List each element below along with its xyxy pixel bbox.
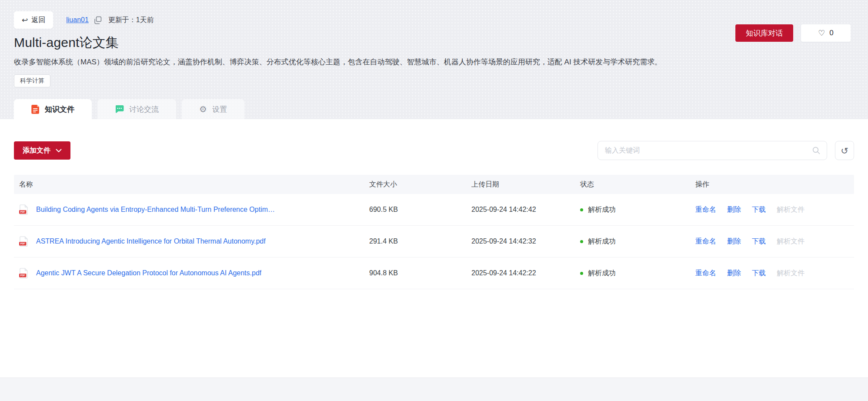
like-count: 0 <box>829 29 833 37</box>
file-size: 904.8 KB <box>364 269 466 277</box>
delete-action[interactable]: 删除 <box>727 205 741 214</box>
pdf-file-icon: PDF <box>19 268 28 279</box>
page-title: Multi-agent论文集 <box>14 35 854 50</box>
svg-text:PDF: PDF <box>20 211 25 213</box>
chat-bubble-icon <box>115 105 124 114</box>
tab-settings[interactable]: ⚙ 设置 <box>182 99 244 119</box>
chevron-down-icon <box>56 149 62 153</box>
rename-action[interactable]: 重命名 <box>695 269 716 278</box>
page-footer <box>0 378 868 401</box>
add-file-button[interactable]: 添加文件 <box>14 141 70 160</box>
download-action[interactable]: 下载 <box>752 237 766 246</box>
refresh-icon: ↺ <box>841 146 848 155</box>
svg-text:PDF: PDF <box>20 274 25 277</box>
tab-bar: 知识文件 讨论交流 ⚙ 设置 <box>0 99 868 119</box>
content-panel: 添加文件 ↺ 名称 <box>0 119 868 378</box>
column-header-size: 文件大小 <box>364 180 466 189</box>
add-file-label: 添加文件 <box>23 146 50 155</box>
svg-text:PDF: PDF <box>20 242 25 245</box>
back-button-label: 返回 <box>31 16 45 25</box>
back-arrow-icon: ↩ <box>22 17 28 24</box>
owner-link[interactable]: liuan01 <box>66 16 89 24</box>
header-actions: 知识库对话 ♡ 0 <box>735 24 851 42</box>
column-header-name: 名称 <box>14 180 364 189</box>
back-button[interactable]: ↩ 返回 <box>14 11 53 29</box>
heart-icon: ♡ <box>818 29 825 37</box>
file-size: 690.5 KB <box>364 206 466 214</box>
table-header-row: 名称 文件大小 上传日期 状态 操作 <box>14 175 854 194</box>
delete-action[interactable]: 删除 <box>727 269 741 278</box>
file-name-cell: PDF Agentic JWT A Secure Delegation Prot… <box>14 268 364 279</box>
actions-cell: 重命名 删除 下载 解析文件 <box>690 269 854 278</box>
tab-settings-label: 设置 <box>212 104 227 114</box>
actions-cell: 重命名 删除 下载 解析文件 <box>690 205 854 214</box>
delete-action[interactable]: 删除 <box>727 237 741 246</box>
tab-discussion-label: 讨论交流 <box>129 104 159 114</box>
download-action[interactable]: 下载 <box>752 269 766 278</box>
table-row: PDF ASTREA Introducing Agentic Intellige… <box>14 226 854 257</box>
pdf-file-icon: PDF <box>19 236 28 247</box>
table-body: PDF Building Coding Agents via Entropy-E… <box>14 194 854 289</box>
parse-file-action: 解析文件 <box>777 237 805 246</box>
table-row: PDF Agentic JWT A Secure Delegation Prot… <box>14 257 854 289</box>
rename-action[interactable]: 重命名 <box>695 237 716 246</box>
knowledge-base-header: ↩ 返回 liuan01 更新于：1天前 Multi-agent论文集 知识库对… <box>0 0 868 87</box>
file-toolbar: 添加文件 ↺ <box>14 119 854 160</box>
search-icon <box>811 146 821 157</box>
file-size: 291.4 KB <box>364 237 466 245</box>
document-icon <box>31 105 40 114</box>
status-dot-icon <box>580 272 583 275</box>
status-cell: 解析成功 <box>575 205 690 214</box>
status-dot-icon <box>580 240 583 243</box>
search-input[interactable] <box>598 141 827 160</box>
tab-knowledge-files-label: 知识文件 <box>45 104 74 114</box>
upload-date: 2025-09-24 14:42:22 <box>466 269 575 277</box>
gear-icon: ⚙ <box>199 105 207 114</box>
column-header-actions: 操作 <box>690 180 854 189</box>
rename-action[interactable]: 重命名 <box>695 205 716 214</box>
category-tag: 科学计算 <box>14 74 50 87</box>
like-button[interactable]: ♡ 0 <box>801 24 851 42</box>
file-table: 名称 文件大小 上传日期 状态 操作 PDF Building Coding A… <box>14 175 854 289</box>
column-header-date: 上传日期 <box>466 180 575 189</box>
copy-icon[interactable] <box>94 16 102 24</box>
status-text: 解析成功 <box>588 237 616 246</box>
search-box <box>598 141 827 160</box>
file-name-link[interactable]: Agentic JWT A Secure Delegation Protocol… <box>36 269 261 277</box>
kb-description: 收录多智能体系统（MAS）领域的前沿研究论文，涵盖协作机制、博弈决策、分布式优化… <box>14 57 805 67</box>
actions-cell: 重命名 删除 下载 解析文件 <box>690 237 854 246</box>
status-text: 解析成功 <box>588 205 616 214</box>
column-header-status: 状态 <box>575 180 690 189</box>
table-row: PDF Building Coding Agents via Entropy-E… <box>14 194 854 226</box>
status-text: 解析成功 <box>588 269 616 278</box>
file-name-cell: PDF ASTREA Introducing Agentic Intellige… <box>14 236 364 247</box>
upload-date: 2025-09-24 14:42:42 <box>466 206 575 214</box>
download-action[interactable]: 下载 <box>752 205 766 214</box>
file-name-cell: PDF Building Coding Agents via Entropy-E… <box>14 204 364 215</box>
tab-discussion[interactable]: 讨论交流 <box>97 99 176 119</box>
status-cell: 解析成功 <box>575 237 690 246</box>
parse-file-action: 解析文件 <box>777 269 805 278</box>
refresh-button[interactable]: ↺ <box>835 141 854 160</box>
tab-knowledge-files[interactable]: 知识文件 <box>14 99 92 119</box>
search-group: ↺ <box>598 141 854 160</box>
file-name-link[interactable]: Building Coding Agents via Entropy-Enhan… <box>36 206 275 214</box>
knowledge-chat-button[interactable]: 知识库对话 <box>735 24 793 42</box>
status-dot-icon <box>580 208 583 211</box>
updated-timestamp: 更新于：1天前 <box>108 16 154 25</box>
pdf-file-icon: PDF <box>19 204 28 215</box>
parse-file-action: 解析文件 <box>777 205 805 214</box>
upload-date: 2025-09-24 14:42:32 <box>466 237 575 245</box>
breadcrumb-row: ↩ 返回 liuan01 更新于：1天前 <box>14 11 854 29</box>
status-cell: 解析成功 <box>575 269 690 278</box>
file-name-link[interactable]: ASTREA Introducing Agentic Intelligence … <box>36 237 266 245</box>
